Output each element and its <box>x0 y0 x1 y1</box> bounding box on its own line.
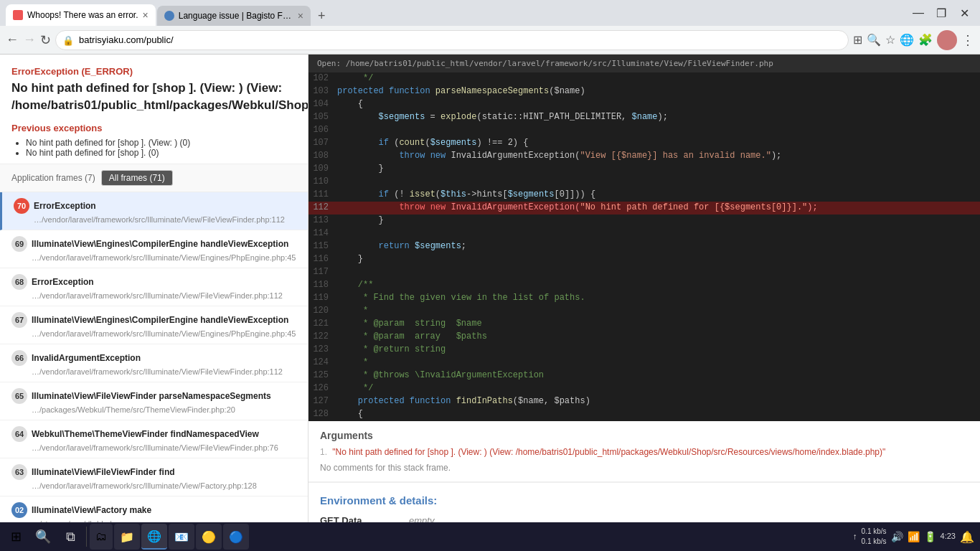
reload-button[interactable]: ↻ <box>40 32 51 48</box>
environment-section: Environment & details: GET Data empty PO… <box>308 482 980 522</box>
code-line-116: 116 } <box>308 253 980 266</box>
line-num: 113 <box>308 215 337 227</box>
profile-avatar[interactable] <box>937 30 957 50</box>
notification-button[interactable]: 🔔 <box>960 530 974 544</box>
application-frames-label: Application frames (7) <box>11 173 95 183</box>
frame-item[interactable]: 65 Illuminate\View\FileViewFinder parseN… <box>0 382 308 420</box>
previous-exceptions-section: Previous exceptions No hint path defined… <box>11 123 296 158</box>
frame-item[interactable]: 67 Illuminate\View\Engines\CompilerEngin… <box>0 306 308 344</box>
taskbar-right: ↑ 0.1 kb/s 0.1 kb/s 🔊 📶 🔋 4:23 🔔 <box>853 527 977 547</box>
env-val-get: empty <box>409 515 434 522</box>
browser-top-bar: Whoops! There was an error. × Language i… <box>0 0 980 26</box>
maximize-button[interactable]: ❐ <box>931 3 951 23</box>
taskbar-time: 4:23 <box>941 531 956 542</box>
tab1-title: Whoops! There was an error. <box>27 10 138 20</box>
menu-button[interactable]: ⋮ <box>961 32 974 48</box>
files-icon: 🗂 <box>95 530 107 543</box>
code-file-path: Open: /home/batris01/public_html/vendor/… <box>308 55 980 72</box>
code-line-119: 119 * Find the given view in the list of… <box>308 292 980 305</box>
task-view-icon: ⧉ <box>66 529 75 545</box>
globe-button[interactable]: 🌐 <box>900 33 914 47</box>
taskbar-app-mail[interactable]: 📧 <box>169 524 194 550</box>
list-item: No hint path defined for [shop ]. (0) <box>26 148 296 158</box>
all-frames-button[interactable]: All frames (71) <box>101 170 173 186</box>
code-line-108: 108 throw new InvalidArgumentException("… <box>308 150 980 163</box>
code-section: Open: /home/batris01/public_html/vendor/… <box>308 55 980 421</box>
frame-file: …/vendor/laravel/framework/src/Illuminat… <box>11 443 296 452</box>
frame-class: Webkul\Theme\ThemeViewFinder findNamespa… <box>32 429 259 439</box>
env-row-get: GET Data empty <box>320 515 969 522</box>
search-button[interactable]: 🔍 <box>867 33 881 47</box>
tab-error[interactable]: Whoops! There was an error. × <box>6 4 156 26</box>
code-line-103: 103 protected function parseNamespaceSeg… <box>308 85 980 98</box>
tab-forum[interactable]: Language issue | Bagisto Forum × <box>157 6 311 26</box>
line-num: 118 <box>308 280 337 291</box>
frame-number-67: 67 <box>11 312 27 328</box>
frame-class: ErrorException <box>34 201 96 211</box>
new-tab-button[interactable]: + <box>312 6 331 26</box>
windows-icon: ⊞ <box>11 529 22 545</box>
line-num: 121 <box>308 319 337 330</box>
line-code <box>337 228 980 240</box>
tab2-title: Language issue | Bagisto Forum <box>179 11 293 21</box>
network-up-icon: ↑ <box>853 532 857 542</box>
minimize-button[interactable]: — <box>908 3 928 23</box>
frame-number-66: 66 <box>11 350 27 366</box>
frame-item[interactable]: 68 ErrorException …/vendor/laravel/frame… <box>0 268 308 306</box>
frame-item[interactable]: 70 ErrorException …/vendor/laravel/frame… <box>0 192 308 230</box>
frame-item-factory-make[interactable]: 02 Illuminate\View\Factory make …/storag… <box>0 496 308 522</box>
line-num: 126 <box>308 383 337 395</box>
code-line-113: 113 } <box>308 215 980 227</box>
prev-exceptions-list: No hint path defined for [shop ]. (View:… <box>11 138 296 158</box>
line-num: 102 <box>308 73 337 85</box>
frame-class: Illuminate\View\Engines\CompilerEngine h… <box>32 315 288 325</box>
tab2-close[interactable]: × <box>298 10 303 22</box>
network-upload: 0.1 kb/s <box>862 527 887 537</box>
task-view-button[interactable]: ⧉ <box>57 524 83 550</box>
back-button[interactable]: ← <box>6 32 19 47</box>
frame-item[interactable]: 63 Illuminate\View\FileViewFinder find …… <box>0 458 308 496</box>
taskbar-app-yellow[interactable]: 🟡 <box>196 524 222 550</box>
line-num: 103 <box>308 86 337 98</box>
frame-item[interactable]: 66 InvalidArgumentException …/vendor/lar… <box>0 344 308 382</box>
frame-class: InvalidArgumentException <box>32 353 141 363</box>
argument-value: "No hint path defined for [shop ]. (View… <box>332 447 885 457</box>
frame-header: 63 Illuminate\View\FileViewFinder find <box>11 464 296 480</box>
line-code: */ <box>337 73 980 85</box>
line-num-112: 112 <box>308 202 337 214</box>
tab-favicon-error <box>13 10 23 20</box>
translate-button[interactable]: ⊞ <box>853 33 862 47</box>
taskbar-app-blue[interactable]: 🔵 <box>223 524 249 550</box>
line-num: 122 <box>308 331 337 343</box>
line-code: * Find the given view in the list of pat… <box>337 293 980 304</box>
start-button[interactable]: ⊞ <box>3 524 29 550</box>
code-line-105: 105 $segments = explode(static::HINT_PAT… <box>308 111 980 124</box>
line-code-112: throw new InvalidArgumentException("No h… <box>337 202 980 214</box>
extension-button[interactable]: 🧩 <box>918 33 933 47</box>
frame-number-69: 69 <box>11 236 27 252</box>
taskbar-app-browser[interactable]: 🌐 <box>141 524 167 550</box>
line-num: 114 <box>308 228 337 240</box>
forward-button[interactable]: → <box>23 32 36 47</box>
frame-file: …/vendor/laravel/framework/src/Illuminat… <box>11 253 296 262</box>
line-num: 124 <box>308 357 337 369</box>
bookmark-button[interactable]: ☆ <box>885 33 895 47</box>
line-code: * <box>337 306 980 317</box>
close-button[interactable]: ✕ <box>954 3 974 23</box>
code-line-120: 120 * <box>308 305 980 318</box>
frame-header: 68 ErrorException <box>11 274 296 290</box>
frame-item[interactable]: 69 Illuminate\View\Engines\CompilerEngin… <box>0 230 308 268</box>
line-num: 116 <box>308 254 337 265</box>
code-line-128: 128 { <box>308 408 980 421</box>
tab1-close[interactable]: × <box>143 9 149 21</box>
search-taskbar-button[interactable]: 🔍 <box>30 524 56 550</box>
code-line-110: 110 <box>308 176 980 189</box>
frame-item[interactable]: 64 Webkul\Theme\ThemeViewFinder findName… <box>0 420 308 458</box>
address-input[interactable] <box>55 30 849 50</box>
frame-header: 67 Illuminate\View\Engines\CompilerEngin… <box>11 312 296 328</box>
argument-number: 1. <box>320 447 327 457</box>
taskbar-app-files[interactable]: 🗂 <box>90 524 113 550</box>
code-line-124: 124 * <box>308 357 980 369</box>
taskbar-app-folder[interactable]: 📁 <box>114 524 140 550</box>
main-layout: ErrorException (E_ERROR) No hint path de… <box>0 55 980 522</box>
